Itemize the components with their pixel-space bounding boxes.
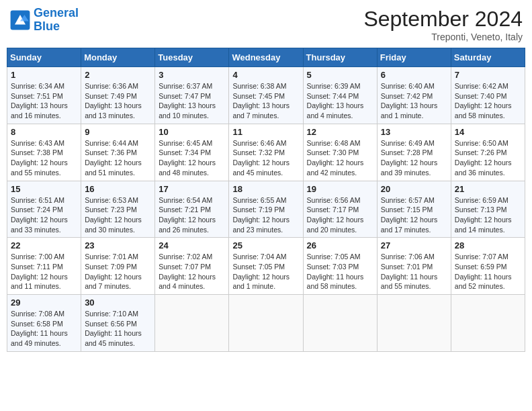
location: Treponti, Veneto, Italy [363,32,523,42]
day-info: Sunrise: 6:34 AM Sunset: 7:51 PM Dayligh… [11,81,77,121]
sunset-label: Sunset: 6:56 PM [85,320,137,328]
day-info: Sunrise: 7:02 AM Sunset: 7:07 PM Dayligh… [159,252,225,291]
day-number: 30 [85,298,151,308]
daylight-label: Daylight: 13 hours and 4 minutes. [307,101,364,120]
sunrise-label: Sunrise: 7:07 AM [455,253,508,261]
day-info: Sunrise: 7:10 AM Sunset: 6:56 PM Dayligh… [85,309,151,349]
day-number: 6 [381,70,447,80]
sunset-label: Sunset: 7:09 PM [85,263,137,271]
day-info: Sunrise: 6:36 AM Sunset: 7:49 PM Dayligh… [85,81,151,121]
sunrise-label: Sunrise: 6:49 AM [381,139,435,147]
calendar-cell: 2 Sunrise: 6:36 AM Sunset: 7:49 PM Dayli… [81,67,155,124]
page-header: General Blue September 2024 Treponti, Ve… [7,7,525,42]
calendar-cell: 11 Sunrise: 6:46 AM Sunset: 7:32 PM Dayl… [229,124,303,181]
sunset-label: Sunset: 7:23 PM [85,205,137,214]
calendar-cell [229,295,303,352]
day-info: Sunrise: 6:56 AM Sunset: 7:17 PM Dayligh… [307,195,373,235]
day-number: 21 [455,184,521,194]
logo-icon [9,9,31,31]
day-info: Sunrise: 6:49 AM Sunset: 7:28 PM Dayligh… [381,138,447,178]
day-info: Sunrise: 6:38 AM Sunset: 7:45 PM Dayligh… [232,81,299,121]
day-number: 22 [11,240,77,250]
day-info: Sunrise: 6:50 AM Sunset: 7:26 PM Dayligh… [455,138,521,178]
sunset-label: Sunset: 7:19 PM [232,205,285,214]
day-number: 11 [232,127,299,137]
daylight-label: Daylight: 12 hours and 11 minutes. [11,273,68,291]
sunset-label: Sunset: 7:38 PM [11,148,63,156]
calendar-cell [451,295,525,352]
sunrise-label: Sunrise: 6:56 AM [307,196,361,204]
day-info: Sunrise: 7:08 AM Sunset: 6:58 PM Dayligh… [11,309,77,349]
month-title: September 2024 [363,7,523,32]
day-of-week-header: Sunday [7,48,81,67]
sunset-label: Sunset: 7:17 PM [307,205,359,214]
daylight-label: Daylight: 12 hours and 14 minutes. [455,216,512,234]
sunset-label: Sunset: 7:11 PM [11,263,63,271]
day-number: 18 [232,184,299,194]
sunset-label: Sunset: 7:01 PM [381,263,433,271]
day-info: Sunrise: 6:45 AM Sunset: 7:34 PM Dayligh… [159,138,225,178]
day-info: Sunrise: 6:53 AM Sunset: 7:23 PM Dayligh… [85,195,151,235]
daylight-label: Daylight: 12 hours and 42 minutes. [307,158,364,177]
sunrise-label: Sunrise: 7:04 AM [232,253,286,261]
sunset-label: Sunset: 7:45 PM [232,92,285,100]
day-number: 1 [11,70,77,80]
daylight-label: Daylight: 13 hours and 16 minutes. [11,101,68,120]
calendar-cell: 8 Sunrise: 6:43 AM Sunset: 7:38 PM Dayli… [7,124,81,181]
sunrise-label: Sunrise: 6:34 AM [11,82,64,90]
calendar-week-row: 29 Sunrise: 7:08 AM Sunset: 6:58 PM Dayl… [7,295,525,352]
calendar-cell: 19 Sunrise: 6:56 AM Sunset: 7:17 PM Dayl… [303,181,377,238]
daylight-label: Daylight: 12 hours and 4 minutes. [159,273,216,291]
sunrise-label: Sunrise: 6:39 AM [307,82,361,90]
sunrise-label: Sunrise: 6:55 AM [232,196,286,204]
day-number: 26 [307,240,373,250]
calendar-cell: 5 Sunrise: 6:39 AM Sunset: 7:44 PM Dayli… [303,67,377,124]
calendar-cell: 9 Sunrise: 6:44 AM Sunset: 7:36 PM Dayli… [81,124,155,181]
day-number: 3 [159,70,225,80]
day-number: 2 [85,70,151,80]
sunset-label: Sunset: 7:26 PM [455,148,507,156]
daylight-label: Daylight: 12 hours and 7 minutes. [85,273,142,291]
sunrise-label: Sunrise: 6:50 AM [455,139,508,147]
sunset-label: Sunset: 7:51 PM [11,92,63,100]
calendar-cell: 26 Sunrise: 7:05 AM Sunset: 7:03 PM Dayl… [303,238,377,295]
daylight-label: Daylight: 12 hours and 55 minutes. [11,158,68,177]
sunset-label: Sunset: 7:03 PM [307,263,359,271]
day-info: Sunrise: 7:00 AM Sunset: 7:11 PM Dayligh… [11,252,77,291]
calendar-cell [155,295,229,352]
day-of-week-header: Wednesday [229,48,303,67]
sunrise-label: Sunrise: 7:06 AM [381,253,435,261]
day-number: 14 [455,127,521,137]
sunrise-label: Sunrise: 6:59 AM [455,196,508,204]
daylight-label: Daylight: 12 hours and 26 minutes. [159,216,216,234]
sunrise-label: Sunrise: 6:44 AM [85,139,138,147]
calendar-cell: 6 Sunrise: 6:40 AM Sunset: 7:42 PM Dayli… [377,67,451,124]
day-info: Sunrise: 6:55 AM Sunset: 7:19 PM Dayligh… [232,195,299,235]
day-number: 9 [85,127,151,137]
calendar-table: SundayMondayTuesdayWednesdayThursdayFrid… [7,48,525,352]
daylight-label: Daylight: 11 hours and 55 minutes. [381,273,438,291]
day-number: 16 [85,184,151,194]
day-number: 17 [159,184,225,194]
sunrise-label: Sunrise: 7:01 AM [85,253,138,261]
sunset-label: Sunset: 7:32 PM [232,148,285,156]
day-info: Sunrise: 7:07 AM Sunset: 6:59 PM Dayligh… [455,252,521,291]
calendar-cell: 20 Sunrise: 6:57 AM Sunset: 7:15 PM Dayl… [377,181,451,238]
calendar-cell: 23 Sunrise: 7:01 AM Sunset: 7:09 PM Dayl… [81,238,155,295]
calendar-cell: 25 Sunrise: 7:04 AM Sunset: 7:05 PM Dayl… [229,238,303,295]
sunrise-label: Sunrise: 7:08 AM [11,310,64,318]
title-block: September 2024 Treponti, Veneto, Italy [363,7,523,42]
sunset-label: Sunset: 7:13 PM [455,205,507,214]
daylight-label: Daylight: 12 hours and 20 minutes. [307,216,364,234]
day-number: 27 [381,240,447,250]
daylight-label: Daylight: 12 hours and 17 minutes. [381,216,438,234]
day-info: Sunrise: 6:54 AM Sunset: 7:21 PM Dayligh… [159,195,225,235]
calendar-cell: 27 Sunrise: 7:06 AM Sunset: 7:01 PM Dayl… [377,238,451,295]
daylight-label: Daylight: 12 hours and 1 minute. [232,273,290,291]
calendar-cell: 1 Sunrise: 6:34 AM Sunset: 7:51 PM Dayli… [7,67,81,124]
sunrise-label: Sunrise: 7:02 AM [159,253,212,261]
daylight-label: Daylight: 12 hours and 45 minutes. [232,158,290,177]
day-of-week-header: Thursday [303,48,377,67]
day-number: 15 [11,184,77,194]
calendar-header-row: SundayMondayTuesdayWednesdayThursdayFrid… [7,48,525,67]
